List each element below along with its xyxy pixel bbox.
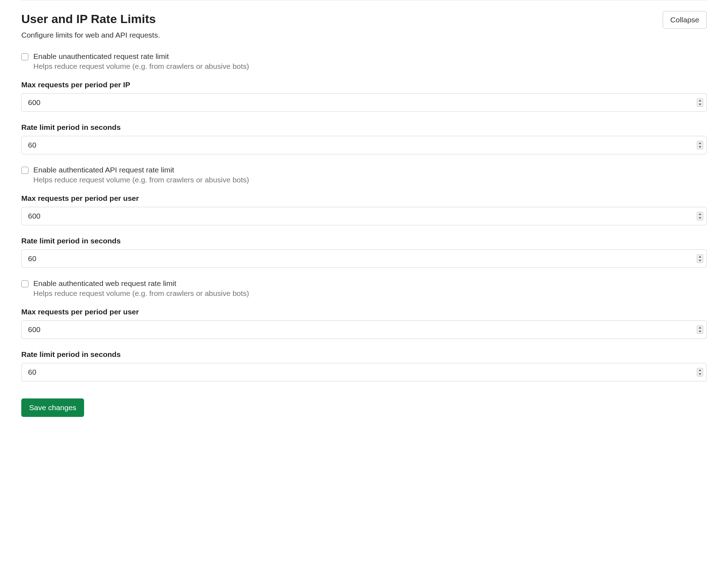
stepper-down-icon[interactable] bbox=[697, 103, 703, 106]
unauthenticated-group: Enable unauthenticated request rate limi… bbox=[21, 52, 707, 71]
stepper-down-icon[interactable] bbox=[697, 330, 703, 334]
auth-web-max-input-wrapper bbox=[21, 320, 707, 339]
auth-web-period-input-wrapper bbox=[21, 363, 707, 381]
stepper-down-icon[interactable] bbox=[697, 259, 703, 263]
stepper-up-icon[interactable] bbox=[697, 212, 703, 216]
unauth-period-input-wrapper bbox=[21, 136, 707, 154]
auth-web-period-label: Rate limit period in seconds bbox=[21, 350, 707, 359]
enable-unauthenticated-checkbox[interactable] bbox=[21, 53, 28, 60]
unauthenticated-help-text: Helps reduce request volume (e.g. from c… bbox=[33, 62, 707, 71]
unauth-max-input[interactable] bbox=[21, 93, 707, 112]
enable-auth-api-label[interactable]: Enable authenticated API request rate li… bbox=[33, 166, 174, 174]
auth-web-max-input[interactable] bbox=[21, 320, 707, 339]
stepper-up-icon[interactable] bbox=[697, 326, 703, 330]
number-stepper bbox=[697, 368, 703, 376]
enable-auth-web-label[interactable]: Enable authenticated web request rate li… bbox=[33, 279, 176, 288]
stepper-down-icon[interactable] bbox=[697, 216, 703, 220]
stepper-down-icon[interactable] bbox=[697, 372, 703, 376]
stepper-up-icon[interactable] bbox=[697, 255, 703, 259]
unauth-max-input-wrapper bbox=[21, 93, 707, 112]
auth-api-help-text: Helps reduce request volume (e.g. from c… bbox=[33, 176, 707, 184]
section-description: Configure limits for web and API request… bbox=[21, 31, 707, 39]
number-stepper bbox=[697, 254, 703, 263]
save-changes-button[interactable]: Save changes bbox=[21, 398, 84, 417]
stepper-down-icon[interactable] bbox=[697, 145, 703, 149]
auth-api-period-input-wrapper bbox=[21, 249, 707, 268]
auth-web-help-text: Helps reduce request volume (e.g. from c… bbox=[33, 289, 707, 298]
authenticated-api-group: Enable authenticated API request rate li… bbox=[21, 166, 707, 184]
stepper-up-icon[interactable] bbox=[697, 368, 703, 372]
number-stepper bbox=[697, 141, 703, 149]
section-title: User and IP Rate Limits bbox=[21, 11, 156, 27]
unauth-period-label: Rate limit period in seconds bbox=[21, 123, 707, 132]
auth-api-max-label: Max requests per period per user bbox=[21, 194, 707, 203]
enable-auth-web-checkbox[interactable] bbox=[21, 280, 28, 287]
unauth-period-input[interactable] bbox=[21, 136, 707, 154]
auth-web-period-input[interactable] bbox=[21, 363, 707, 381]
auth-api-period-input[interactable] bbox=[21, 249, 707, 268]
auth-api-max-input-wrapper bbox=[21, 207, 707, 225]
number-stepper bbox=[697, 98, 703, 107]
collapse-button[interactable]: Collapse bbox=[663, 11, 707, 29]
section-header: User and IP Rate Limits Collapse bbox=[21, 11, 707, 29]
section-divider bbox=[21, 0, 707, 0]
auth-api-max-input[interactable] bbox=[21, 207, 707, 225]
auth-api-period-label: Rate limit period in seconds bbox=[21, 237, 707, 245]
auth-web-max-label: Max requests per period per user bbox=[21, 308, 707, 316]
stepper-up-icon[interactable] bbox=[697, 141, 703, 145]
number-stepper bbox=[697, 212, 703, 220]
enable-unauthenticated-label[interactable]: Enable unauthenticated request rate limi… bbox=[33, 52, 169, 61]
stepper-up-icon[interactable] bbox=[697, 99, 703, 103]
unauth-max-label: Max requests per period per IP bbox=[21, 81, 707, 89]
authenticated-web-group: Enable authenticated web request rate li… bbox=[21, 279, 707, 298]
number-stepper bbox=[697, 325, 703, 334]
enable-auth-api-checkbox[interactable] bbox=[21, 167, 28, 174]
